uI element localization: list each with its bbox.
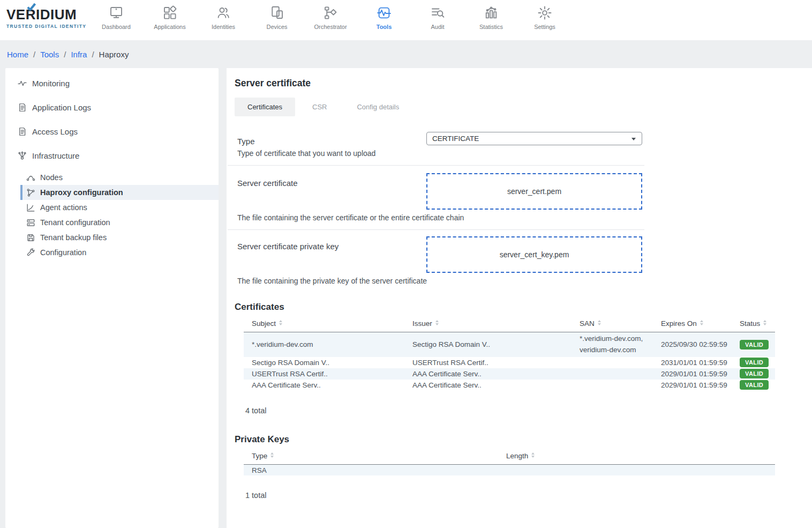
column-header-label: Status	[740, 319, 760, 328]
server-certificate-filename: server_cert.pem	[507, 187, 561, 196]
nav-item-identities[interactable]: Identities	[197, 0, 250, 30]
cell-status: VALID	[740, 332, 775, 357]
document-icon	[17, 102, 27, 113]
private-key-dropzone[interactable]: server_cert_key.pem	[426, 236, 642, 273]
sidebar-item-application-logs[interactable]: Application Logs	[5, 95, 219, 120]
sort-icon	[763, 320, 766, 325]
private-keys-section-title: Private Keys	[235, 434, 812, 445]
private-key-filename: server_cert_key.pem	[500, 250, 569, 259]
sidebar-item-label: Monitoring	[32, 79, 70, 88]
column-header-san[interactable]: SAN	[580, 319, 661, 332]
table-row: *.veridium-dev.comSectigo RSA Domain V..…	[244, 332, 775, 357]
sidebar-item-label: Access Logs	[32, 127, 78, 136]
nav-item-statistics[interactable]: Statistics	[464, 0, 518, 30]
nav-item-audit[interactable]: Audit	[411, 0, 464, 30]
pulse-icon	[17, 78, 27, 88]
certificate-form: Type CERTIFICATE Type of certificate tha…	[228, 132, 644, 284]
column-header-issuer[interactable]: Issuer	[412, 319, 580, 332]
cell-san	[580, 368, 661, 380]
activity-icon	[357, 5, 411, 22]
nav-item-tools[interactable]: Tools	[357, 0, 411, 30]
breadcrumb-item-infra[interactable]: Infra	[71, 50, 87, 59]
type-help-text: Type of certificate that you want to upl…	[237, 149, 375, 158]
server-certificate-dropzone[interactable]: server_cert.pem	[426, 173, 642, 210]
sidebar-item-label: Infrastructure	[32, 151, 79, 160]
sort-icon	[270, 452, 274, 458]
sidebar-item-access-logs[interactable]: Access Logs	[5, 120, 219, 144]
brand-checkmark-icon	[27, 3, 36, 13]
breadcrumb-item-tools[interactable]: Tools	[40, 50, 59, 59]
status-badge: VALID	[740, 358, 769, 367]
sidebar-item-label: Haproxy configuration	[40, 188, 123, 197]
sort-icon	[700, 320, 703, 325]
private-keys-table: TypeLengthRSA	[244, 452, 775, 476]
nodes-icon	[26, 173, 35, 182]
nav-item-label: Devices	[250, 24, 304, 30]
breadcrumb-separator: /	[92, 50, 94, 59]
table-row: AAA Certificate Serv..AAA Certificate Se…	[244, 380, 775, 391]
sort-icon	[435, 320, 439, 325]
cell-issuer: AAA Certificate Serv..	[412, 380, 580, 391]
column-header-label: Length	[506, 452, 528, 460]
type-select[interactable]: CERTIFICATE	[426, 132, 642, 145]
column-header-length[interactable]: Length	[506, 452, 775, 465]
people-icon	[197, 5, 250, 22]
flowchart-icon	[304, 5, 357, 22]
chevron-down-icon	[631, 138, 636, 140]
sidebar-item-tenant-backup-files[interactable]: Tenant backup files	[5, 230, 219, 245]
tab-certificates[interactable]: Certificates	[235, 98, 295, 116]
cell-expires: 2029/01/01 01:59:59	[661, 368, 740, 380]
cell-issuer: USERTrust RSA Certif..	[412, 357, 580, 368]
sidebar-item-infrastructure[interactable]: Infrastructure	[5, 144, 219, 168]
nav-item-devices[interactable]: Devices	[250, 0, 304, 30]
column-header-type[interactable]: Type	[244, 452, 506, 465]
nav-item-dashboard[interactable]: Dashboard	[89, 0, 143, 30]
sidebar-item-label: Tenant configuration	[40, 218, 110, 227]
column-header-expires[interactable]: Expires On	[661, 319, 740, 332]
tab-csr[interactable]: CSR	[299, 98, 340, 116]
private-key-label: Server certificate private key	[237, 242, 339, 251]
sidebar-item-nodes[interactable]: Nodes	[5, 170, 219, 185]
column-header-status[interactable]: Status	[740, 319, 775, 332]
breadcrumb-separator: /	[64, 50, 66, 59]
column-header-label: SAN	[580, 319, 595, 328]
cell-subject: *.veridium-dev.com	[244, 332, 412, 357]
sidebar-item-monitoring[interactable]: Monitoring	[5, 71, 219, 95]
cell-expires: 2025/09/30 02:59:59	[661, 332, 740, 357]
devices-icon	[250, 5, 304, 22]
nav-item-settings[interactable]: Settings	[518, 0, 572, 30]
breadcrumb-item-home[interactable]: Home	[7, 50, 28, 59]
sidebar-item-configuration[interactable]: Configuration	[5, 245, 219, 260]
page-title: Server certificate	[235, 78, 812, 89]
column-header-label: Type	[252, 452, 267, 460]
cell-status: VALID	[740, 368, 775, 380]
cell-san	[580, 380, 661, 391]
app-header: VERIDIUM TRUSTED DIGITAL IDENTITY Dashbo…	[0, 0, 812, 40]
gear-icon	[518, 5, 572, 22]
sidebar-item-agent-actions[interactable]: Agent actions	[5, 200, 219, 215]
cell-status: VALID	[740, 357, 775, 368]
main-panel: Server certificate CertificatesCSRConfig…	[227, 68, 812, 528]
type-label: Type	[237, 137, 255, 146]
private-key-help-text: The file containing the private key of t…	[237, 277, 427, 285]
cell-san: *.veridium-dev.com, veridium-dev.com	[580, 332, 661, 357]
type-select-value: CERTIFICATE	[432, 135, 479, 143]
nav-item-label: Identities	[197, 24, 250, 30]
list-search-icon	[411, 5, 464, 22]
nav-item-label: Applications	[143, 24, 197, 30]
table-row: RSA	[244, 464, 775, 475]
sidebar-item-tenant-configuration[interactable]: Tenant configuration	[5, 215, 219, 230]
tab-config-details[interactable]: Config details	[344, 98, 412, 116]
nav-item-orchestrator[interactable]: Orchestrator	[304, 0, 357, 30]
sidebar-item-label: Nodes	[40, 173, 63, 182]
column-header-subject[interactable]: Subject	[244, 319, 412, 332]
cell-length	[506, 464, 775, 475]
nav-item-applications[interactable]: Applications	[143, 0, 197, 30]
breadcrumb-item-haproxy: Haproxy	[99, 50, 129, 59]
sidebar-item-haproxy-configuration[interactable]: Haproxy configuration	[20, 185, 219, 200]
column-header-label: Issuer	[412, 319, 432, 328]
breadcrumb-separator: /	[33, 50, 35, 59]
brand-tagline: TRUSTED DIGITAL IDENTITY	[6, 24, 89, 29]
chart-line-icon	[26, 203, 35, 212]
sidebar-item-label: Application Logs	[32, 103, 91, 112]
